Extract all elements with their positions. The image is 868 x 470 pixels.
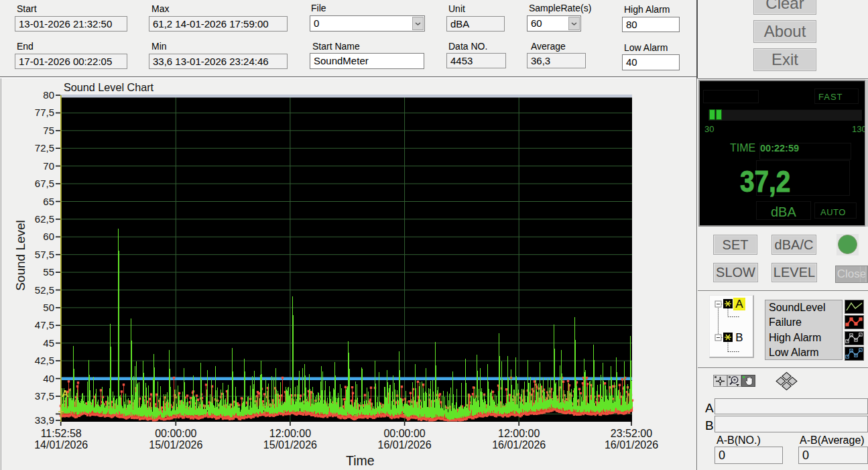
svg-text:A: A: [62, 388, 68, 399]
svg-text:A: A: [735, 298, 743, 310]
svg-text:Time: Time: [346, 453, 375, 468]
svg-text:67,5: 67,5: [35, 178, 54, 189]
svg-text:72,5: 72,5: [35, 142, 54, 154]
svg-text:15/01/2026: 15/01/2026: [263, 439, 317, 451]
svg-text:00:00:00: 00:00:00: [155, 428, 196, 439]
svg-text:57,5: 57,5: [35, 249, 54, 260]
svg-text:16/01/2026: 16/01/2026: [605, 439, 658, 451]
svg-text:45: 45: [43, 337, 54, 349]
svg-text:16/01/2026: 16/01/2026: [492, 439, 546, 451]
svg-text:55: 55: [43, 266, 54, 278]
svg-text:33,9: 33,9: [35, 414, 54, 426]
svg-text:52,5: 52,5: [35, 284, 54, 296]
svg-text:47,5: 47,5: [35, 319, 54, 331]
svg-text:40: 40: [43, 373, 54, 384]
svg-text:Sound Level Chart: Sound Level Chart: [64, 81, 154, 93]
svg-text:B: B: [735, 331, 743, 344]
svg-text:23:52:00: 23:52:00: [611, 428, 652, 439]
svg-text:37,5: 37,5: [35, 390, 54, 402]
svg-text:12:00:00: 12:00:00: [498, 428, 540, 439]
svg-text:12:00:00: 12:00:00: [269, 428, 311, 439]
svg-text:65: 65: [43, 196, 54, 207]
svg-text:80: 80: [43, 89, 54, 101]
svg-text:62,5: 62,5: [35, 213, 54, 225]
svg-text:77,5: 77,5: [35, 107, 54, 118]
svg-text:15/01/2026: 15/01/2026: [149, 439, 202, 451]
svg-text:42,5: 42,5: [35, 355, 54, 366]
svg-text:70: 70: [43, 160, 54, 172]
svg-text:16/01/2026: 16/01/2026: [378, 439, 432, 451]
svg-text:75: 75: [43, 125, 54, 136]
svg-text:11:52:58: 11:52:58: [41, 428, 82, 439]
svg-text:50: 50: [43, 302, 54, 313]
svg-text:14/01/2026: 14/01/2026: [34, 439, 88, 451]
svg-text:Sound Level: Sound Level: [13, 220, 27, 291]
svg-text:00:00:00: 00:00:00: [383, 428, 425, 439]
svg-text:60: 60: [43, 231, 54, 242]
